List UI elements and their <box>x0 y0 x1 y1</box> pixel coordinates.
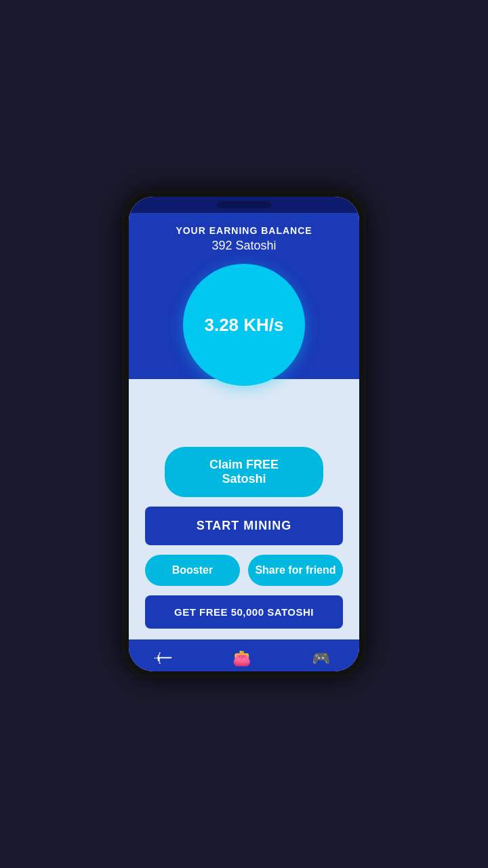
share-for-friend-button[interactable]: Share for friend <box>248 555 343 586</box>
nav-label-games: Games <box>309 670 333 671</box>
get-free-satoshi-button[interactable]: GET FREE 50,000 SATOSHI <box>145 595 343 629</box>
claim-free-satoshi-button[interactable]: Claim FREE Satoshi <box>165 447 323 497</box>
games-icon: 🎮 <box>312 650 330 667</box>
nav-item-withdraw[interactable]: 👛 Withdraw <box>226 650 257 671</box>
withdraw-icon: 👛 <box>232 650 251 667</box>
mining-circle: 3.28 KH/s <box>183 264 305 386</box>
booster-button[interactable]: Booster <box>145 555 240 586</box>
mining-rate: 3.28 KH/s <box>204 315 283 336</box>
status-bar <box>129 197 359 213</box>
bottom-nav: ⛏ Miner 👛 Withdraw 🎮 Games <box>129 639 359 671</box>
nav-label-miner: Miner <box>155 670 174 671</box>
action-buttons-row: Booster Share for friend <box>145 555 343 586</box>
notch <box>217 201 271 208</box>
earning-label: YOUR EARNING BALANCE <box>176 225 312 236</box>
earning-balance: 392 Satoshi <box>211 239 276 253</box>
nav-label-withdraw: Withdraw <box>226 670 257 671</box>
main-section: Claim FREE Satoshi START MINING Booster … <box>129 379 359 639</box>
nav-item-games[interactable]: 🎮 Games <box>309 650 333 671</box>
phone-screen: YOUR EARNING BALANCE 392 Satoshi 3.28 KH… <box>129 197 359 671</box>
top-section: YOUR EARNING BALANCE 392 Satoshi 3.28 KH… <box>129 213 359 379</box>
phone-frame: YOUR EARNING BALANCE 392 Satoshi 3.28 KH… <box>122 190 366 678</box>
nav-item-miner[interactable]: ⛏ Miner <box>155 650 174 671</box>
start-mining-button[interactable]: START MINING <box>145 507 343 545</box>
miner-icon: ⛏ <box>152 647 176 670</box>
